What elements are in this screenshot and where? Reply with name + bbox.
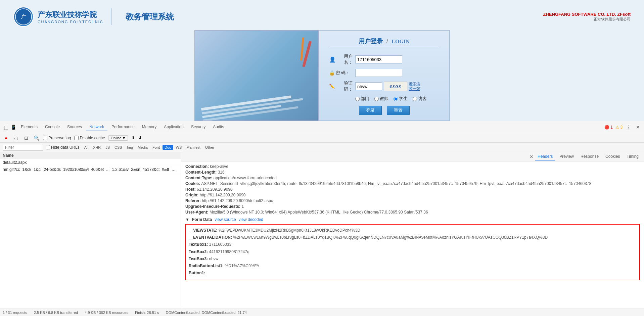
details-tab-bar: ✕ Headers Preview Response Cookies Timin… <box>181 152 644 161</box>
detail-tab-timing[interactable]: Timing <box>624 153 641 160</box>
devtools-more-icon[interactable]: ⋮ <box>625 124 632 131</box>
header-content-type: Content-Type: application/x-www-form-url… <box>185 176 640 180</box>
filter-all[interactable]: All <box>82 145 90 150</box>
username-input[interactable] <box>355 55 402 63</box>
devtools-inspect-icon[interactable]: ⬚ <box>3 124 9 131</box>
form-data-title: ▼ Form Data view source view decoded <box>185 217 640 222</box>
tab-security[interactable]: Security <box>188 123 209 131</box>
tab-performance[interactable]: Performance <box>108 123 138 131</box>
tab-network[interactable]: Network <box>86 123 107 131</box>
captcha-input[interactable] <box>355 82 382 90</box>
captcha-label: ✏️ 验证码： <box>329 80 353 92</box>
details-close-icon[interactable]: ✕ <box>530 154 534 159</box>
record-button[interactable]: ● <box>3 135 9 141</box>
preserve-log-checkbox[interactable]: Preserve log <box>43 136 71 140</box>
filter-type-tabs: All XHR JS CSS Img Media Font Doc WS Man… <box>82 145 217 150</box>
captcha-area: esos 看不清换一张 <box>355 82 420 91</box>
radio-teacher[interactable]: 教师 <box>374 96 388 102</box>
filter-js[interactable]: JS <box>103 145 112 150</box>
login-button[interactable]: 登录 <box>359 106 382 115</box>
filter-media[interactable]: Media <box>136 145 150 150</box>
school-logo: 广 <box>13 7 34 27</box>
filter-doc[interactable]: Doc <box>163 145 173 150</box>
form-viewstate: __VIEWSTATE: %2FwEPDwUKMTE3MDU2MjIzN2RkB… <box>189 227 637 234</box>
view-source-link[interactable]: view source <box>215 217 236 222</box>
tab-sources[interactable]: Sources <box>64 123 85 131</box>
online-selector[interactable]: Online ▼ <box>108 135 128 141</box>
status-bar: 1 / 31 requests 2.5 KB / 6.8 KB transfer… <box>0 309 644 316</box>
filter-other[interactable]: Other <box>203 145 217 150</box>
password-label: 🔒 密 码： <box>329 70 353 76</box>
form-textbox3: TextBox3: nhvw <box>189 256 637 262</box>
header-connection: Connection: keep-alive <box>185 164 640 169</box>
radio-visitor[interactable]: 访客 <box>413 96 427 102</box>
radio-student[interactable]: 学生 <box>394 96 408 102</box>
status-requests: 1 / 31 requests <box>3 311 27 315</box>
disable-cache-checkbox[interactable]: Disable cache <box>74 136 105 140</box>
filter-ws[interactable]: WS <box>174 145 184 150</box>
request-list: default2.aspx hm.gif?cc=1&ck=1&cl=24-bit… <box>0 159 181 309</box>
reset-button[interactable]: 重置 <box>387 106 410 115</box>
filter-xhr[interactable]: XHR <box>91 145 103 150</box>
username-label: 👤 用户名： <box>329 53 353 65</box>
header-host: Host: 61.142.209.20:9090 <box>185 187 640 192</box>
devtools-toolbar-right: 🔴 1 ⚠ 3 ⋮ ✕ <box>604 124 641 131</box>
header-user-agent: User-Agent: Mozilla/5.0 (Windows NT 10.0… <box>185 210 640 215</box>
network-filter-bar: Hide data URLs All XHR JS CSS Img Media … <box>0 143 644 152</box>
password-row: 🔒 密 码： <box>329 69 439 77</box>
tab-application[interactable]: Application <box>160 123 187 131</box>
status-finish: Finish: 28.51 s <box>135 311 159 315</box>
password-input[interactable] <box>355 69 402 77</box>
devtools-tab-bar: ⬚ 📱 Elements Console Sources Network Per… <box>0 121 644 133</box>
filter-img[interactable]: Img <box>125 145 135 150</box>
devtools: ⬚ 📱 Elements Console Sources Network Per… <box>0 121 644 316</box>
hide-data-urls-checkbox[interactable]: Hide data URLs <box>46 145 80 150</box>
devtools-device-icon[interactable]: 📱 <box>10 124 17 131</box>
request-item-1[interactable]: default2.aspx <box>0 159 181 166</box>
captcha-refresh-link[interactable]: 看不清换一张 <box>409 82 420 91</box>
request-item-2[interactable]: hm.gif?cc=1&ck=1&cl=24-bit&ds=1920x1080&… <box>0 166 181 173</box>
requests-column-header: Name <box>0 152 181 159</box>
filter-manifest[interactable]: Manifest <box>184 145 202 150</box>
filter-input[interactable] <box>3 144 43 151</box>
radio-department[interactable]: 部门 <box>355 96 369 102</box>
username-row: 👤 用户名： <box>329 53 439 65</box>
header-referer: Referer: http://61.142.209.20:9090/defau… <box>185 198 640 203</box>
status-resources: 4.9 KB / 362 KB resources <box>85 311 128 315</box>
page-header: 广 产东联业技祢学院 GUANGDONG POLYTECHNIC 教务管理系统 … <box>0 3 644 30</box>
status-domloaded: DOMContentLoaded: DOMContentLoaded: 21.7… <box>166 311 247 315</box>
network-options-bar: ● ◌ ⊡ 🔍 Preserve log Disable cache Onlin… <box>0 133 644 143</box>
clear-button[interactable]: ◌ <box>13 135 19 141</box>
error-count: 🔴 1 <box>604 125 613 130</box>
devtools-body: Name default2.aspx hm.gif?cc=1&ck=1&cl=2… <box>0 152 644 309</box>
captcha-image: esos <box>384 82 407 91</box>
form-eventvalidation: __EVENTVALIDATION: %2FwEWCwL6n9WgBwLs0bL… <box>189 234 637 241</box>
login-title: 用户登录 / LOGIN <box>329 37 439 48</box>
detail-tab-response[interactable]: Response <box>578 153 601 160</box>
status-transferred: 2.5 KB / 6.8 KB transferred <box>34 311 78 315</box>
header-upgrade-insecure: Upgrade-Insecure-Requests: 1 <box>185 204 640 209</box>
detail-tab-preview[interactable]: Preview <box>557 153 577 160</box>
user-type-row: 部门 教师 学生 访客 <box>329 96 439 102</box>
button-row: 登录 重置 <box>329 106 439 115</box>
details-panel: ✕ Headers Preview Response Cookies Timin… <box>181 152 644 309</box>
detail-tab-headers[interactable]: Headers <box>535 153 555 160</box>
header-content-length: Content-Length: 316 <box>185 170 640 175</box>
warning-count: ⚠ 3 <box>615 125 623 130</box>
view-decoded-link[interactable]: view decoded <box>239 217 263 222</box>
devtools-close-icon[interactable]: ✕ <box>635 124 641 131</box>
export-har-icon[interactable]: ⬇ <box>138 135 142 140</box>
tab-elements[interactable]: Elements <box>17 123 41 131</box>
search-icon[interactable]: 🔍 <box>33 135 40 141</box>
details-content: Connection: keep-alive Content-Length: 3… <box>181 161 644 309</box>
filter-css[interactable]: CSS <box>112 145 124 150</box>
banner-image <box>194 30 319 121</box>
tab-console[interactable]: Console <box>42 123 63 131</box>
tab-memory[interactable]: Memory <box>139 123 160 131</box>
filter-font[interactable]: Font <box>150 145 162 150</box>
import-har-icon[interactable]: ⬆ <box>131 135 135 140</box>
filter-icon[interactable]: ⊡ <box>23 135 30 141</box>
form-data-section: ▼ Form Data view source view decoded __V… <box>185 217 640 280</box>
detail-tab-cookies[interactable]: Cookies <box>603 153 623 160</box>
tab-audits[interactable]: Audits <box>210 123 227 131</box>
